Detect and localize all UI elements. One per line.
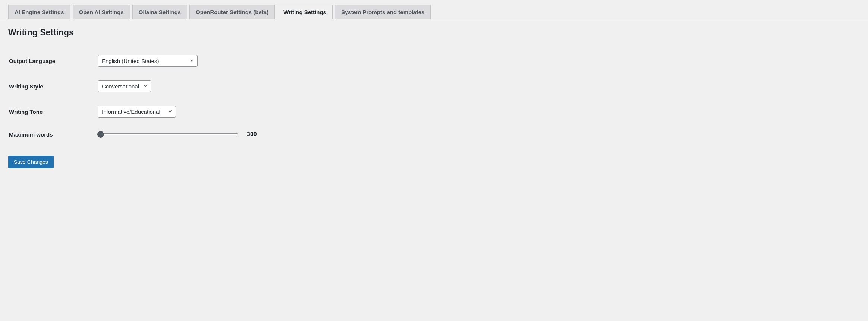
row-writing-tone: Writing Tone Informative/Educational <box>8 99 860 124</box>
select-writing-tone-value: Informative/Educational <box>102 109 160 115</box>
row-output-language: Output Language English (United States) <box>8 48 860 74</box>
page-title: Writing Settings <box>8 28 860 38</box>
tab-system-prompts[interactable]: System Prompts and templates <box>335 5 431 19</box>
slider-thumb[interactable] <box>97 131 104 138</box>
slider-maximum-words[interactable] <box>98 133 238 135</box>
row-writing-style: Writing Style Conversational <box>8 74 860 99</box>
control-writing-style: Conversational <box>98 80 860 92</box>
select-output-language[interactable]: English (United States) <box>98 55 198 67</box>
chevron-down-icon <box>167 109 173 115</box>
tab-writing-settings[interactable]: Writing Settings <box>277 5 333 19</box>
tab-open-ai-settings[interactable]: Open AI Settings <box>73 5 130 19</box>
slider-maximum-words-value: 300 <box>247 131 257 138</box>
save-button[interactable]: Save Changes <box>8 156 54 168</box>
select-writing-style-value: Conversational <box>102 83 139 90</box>
select-writing-tone[interactable]: Informative/Educational <box>98 106 176 118</box>
settings-content: Writing Settings Output Language English… <box>0 19 868 177</box>
select-writing-style[interactable]: Conversational <box>98 80 151 92</box>
control-maximum-words: 300 <box>98 131 860 138</box>
control-output-language: English (United States) <box>98 55 860 67</box>
tab-ollama-settings[interactable]: Ollama Settings <box>132 5 187 19</box>
tab-ai-engine-settings[interactable]: AI Engine Settings <box>8 5 70 19</box>
select-output-language-value: English (United States) <box>102 58 159 64</box>
label-maximum-words: Maximum words <box>8 131 98 138</box>
label-output-language: Output Language <box>8 58 98 64</box>
tab-openrouter-settings[interactable]: OpenRouter Settings (beta) <box>189 5 275 19</box>
label-writing-tone: Writing Tone <box>8 109 98 115</box>
label-writing-style: Writing Style <box>8 83 98 90</box>
row-maximum-words: Maximum words 300 <box>8 124 860 144</box>
settings-form: Output Language English (United States) … <box>8 48 860 144</box>
chevron-down-icon <box>189 58 194 64</box>
chevron-down-icon <box>143 83 148 90</box>
slider-maximum-words-wrap: 300 <box>98 131 257 138</box>
control-writing-tone: Informative/Educational <box>98 106 860 118</box>
settings-tabs: AI Engine Settings Open AI Settings Olla… <box>0 0 868 19</box>
